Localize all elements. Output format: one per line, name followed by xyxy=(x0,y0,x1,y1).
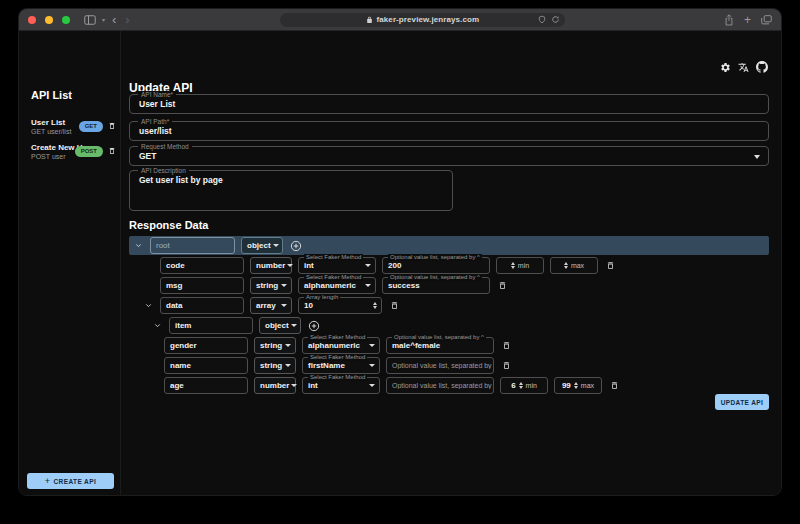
key-name-input[interactable]: code xyxy=(160,257,244,274)
number-stepper-icon[interactable] xyxy=(519,382,523,390)
type-select[interactable]: number xyxy=(250,257,292,274)
field-value: alphanumeric xyxy=(303,341,365,350)
delete-field-button[interactable] xyxy=(608,380,620,391)
back-icon[interactable]: ‹ xyxy=(110,13,118,26)
delete-field-button[interactable] xyxy=(388,300,400,311)
zoom-icon[interactable] xyxy=(62,16,70,24)
max-input[interactable]: 99max xyxy=(554,377,602,394)
faker-method-select[interactable]: Select Faker MethodfirstName xyxy=(302,357,380,374)
sidebar-toggle-icon[interactable] xyxy=(84,15,96,25)
field-label: Array length xyxy=(304,294,340,301)
field-label: Optional value list, separated by ^ xyxy=(388,254,482,261)
max-input[interactable]: max xyxy=(550,257,598,274)
field-value: string xyxy=(255,361,284,370)
max-label: max xyxy=(571,262,584,269)
key-name-input[interactable]: name xyxy=(164,357,248,374)
api-name-field[interactable]: API Name* User List xyxy=(129,94,769,114)
new-tab-icon[interactable]: + xyxy=(744,14,751,26)
delete-api-icon[interactable] xyxy=(108,146,116,156)
type-select[interactable]: string xyxy=(250,277,292,294)
add-field-button[interactable] xyxy=(307,319,320,332)
key-name-input[interactable]: age xyxy=(164,377,248,394)
create-api-button[interactable]: + CREATE API xyxy=(27,473,114,489)
api-path-field[interactable]: API Path* user/list xyxy=(129,121,769,141)
field-label: Select Faker Method xyxy=(308,354,367,361)
request-method-select[interactable]: Request Method GET xyxy=(129,146,769,166)
chevron-down-icon xyxy=(285,344,291,347)
tree-row-age: agenumberSelect Faker MethodintOptional … xyxy=(164,377,769,394)
key-name-input[interactable]: root xyxy=(150,237,235,254)
min-label: min xyxy=(526,382,537,389)
type-select[interactable]: string xyxy=(254,337,296,354)
browser-window: ▾ ‹ › faker-preview.jenrays.com xyxy=(18,8,782,496)
key-name-input[interactable]: msg xyxy=(160,277,244,294)
sidebar-item-create-new-user[interactable]: Create New User POST user POST xyxy=(19,139,121,163)
array-length-input[interactable]: Array length10 xyxy=(298,297,382,314)
tab-overview-icon[interactable] xyxy=(761,15,772,25)
value-list-input[interactable]: Optional value list, separated by ^ xyxy=(386,377,494,394)
sidebar-item-text: Create New User POST user xyxy=(31,143,75,160)
faker-method-select[interactable]: Select Faker Methodalphanumeric xyxy=(302,337,380,354)
address-bar[interactable]: faker-preview.jenrays.com xyxy=(280,13,565,27)
number-stepper-icon[interactable] xyxy=(373,302,377,310)
min-input[interactable]: min xyxy=(496,257,544,274)
delete-api-icon[interactable] xyxy=(108,121,116,131)
update-api-button[interactable]: UPDATE API xyxy=(715,394,769,410)
chevron-slot xyxy=(142,260,154,272)
add-field-button[interactable] xyxy=(289,239,302,252)
titlebar-center: faker-preview.jenrays.com xyxy=(137,13,709,27)
response-data-title: Response Data xyxy=(129,219,208,231)
chevron-down-icon[interactable]: ▾ xyxy=(102,16,105,23)
faker-method-select[interactable]: Select Faker Methodint xyxy=(302,377,380,394)
delete-field-button[interactable] xyxy=(496,280,508,291)
faker-method-select[interactable]: Select Faker Methodint xyxy=(298,257,376,274)
chevron-down-icon xyxy=(369,384,375,387)
minimize-icon[interactable] xyxy=(45,16,53,24)
type-select[interactable]: object xyxy=(241,237,283,254)
delete-field-button[interactable] xyxy=(500,360,512,371)
key-name-input[interactable]: data xyxy=(160,297,244,314)
chevron-down-icon xyxy=(754,155,760,159)
privacy-shield-icon[interactable] xyxy=(538,15,546,24)
reload-icon[interactable] xyxy=(551,15,560,24)
field-label: Select Faker Method xyxy=(308,374,367,381)
key-name-input[interactable]: item xyxy=(169,317,253,334)
chevron-down-icon xyxy=(369,364,375,367)
key-name-input[interactable]: gender xyxy=(164,337,248,354)
value-list-input[interactable]: Optional value list, separated by ^ xyxy=(386,357,494,374)
collapse-icon[interactable] xyxy=(151,320,163,332)
number-stepper-icon[interactable] xyxy=(564,262,568,270)
chevron-down-icon xyxy=(273,244,279,247)
field-value: 200 xyxy=(383,261,406,270)
chevron-down-icon xyxy=(285,364,291,367)
value-list-input[interactable]: Optional value list, separated by ^male^… xyxy=(386,337,494,354)
titlebar-right: + xyxy=(724,14,772,26)
api-description-field[interactable]: API Description Get user list by page xyxy=(129,170,453,211)
faker-method-select[interactable]: Select Faker Methodalphanumeric xyxy=(298,277,376,294)
number-stepper-icon[interactable] xyxy=(574,382,578,390)
max-label: max xyxy=(581,382,594,389)
number-stepper-icon[interactable] xyxy=(511,262,515,270)
sidebar-title: API List xyxy=(31,89,72,101)
collapse-icon[interactable] xyxy=(142,300,154,312)
field-label: Select Faker Method xyxy=(304,254,363,261)
type-select[interactable]: number xyxy=(254,377,296,394)
delete-field-button[interactable] xyxy=(604,260,616,271)
delete-field-button[interactable] xyxy=(500,340,512,351)
min-input[interactable]: 6min xyxy=(500,377,548,394)
type-select[interactable]: string xyxy=(254,357,296,374)
field-value: age xyxy=(165,381,189,390)
value-list-input[interactable]: Optional value list, separated by ^200 xyxy=(382,257,490,274)
collapse-icon[interactable] xyxy=(132,240,144,252)
url-text: faker-preview.jenrays.com xyxy=(376,15,479,24)
browser-titlebar: ▾ ‹ › faker-preview.jenrays.com xyxy=(19,9,781,31)
type-select[interactable]: array xyxy=(250,297,292,314)
close-icon[interactable] xyxy=(28,16,36,24)
field-value: gender xyxy=(165,341,202,350)
field-value: root xyxy=(151,241,175,250)
sidebar-item-user-list[interactable]: User List GET user/list GET xyxy=(19,114,121,138)
value-list-input[interactable]: Optional value list, separated by ^succe… xyxy=(382,277,490,294)
type-select[interactable]: object xyxy=(259,317,301,334)
forward-icon[interactable]: › xyxy=(123,13,131,26)
share-icon[interactable] xyxy=(724,14,734,26)
